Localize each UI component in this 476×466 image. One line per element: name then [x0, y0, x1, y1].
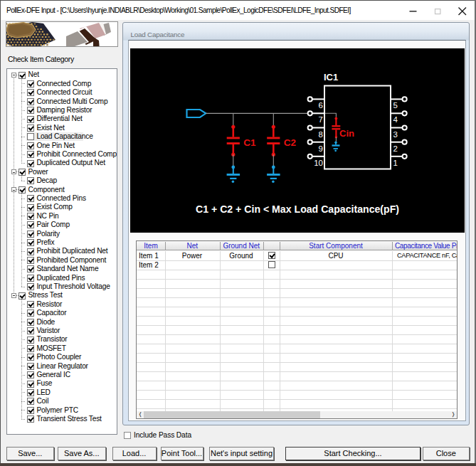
svg-text:C2: C2	[283, 137, 295, 147]
svg-text:1: 1	[393, 158, 397, 166]
svg-text:3: 3	[393, 129, 397, 138]
svg-text:C1 + C2 + Cin < Max Load Capac: C1 + C2 + Cin < Max Load Capacitance(pF)	[196, 202, 399, 214]
svg-text:5: 5	[393, 101, 397, 110]
svg-text:7: 7	[318, 115, 322, 124]
svg-text:8: 8	[318, 129, 322, 138]
svg-text:2: 2	[393, 144, 397, 152]
svg-text:9: 9	[318, 144, 322, 152]
svg-text:6: 6	[318, 101, 322, 110]
svg-text:4: 4	[393, 115, 398, 124]
svg-text:10: 10	[314, 158, 323, 166]
svg-text:Cin: Cin	[339, 128, 354, 139]
svg-text:IC1: IC1	[324, 71, 338, 82]
svg-text:C1: C1	[243, 137, 256, 147]
